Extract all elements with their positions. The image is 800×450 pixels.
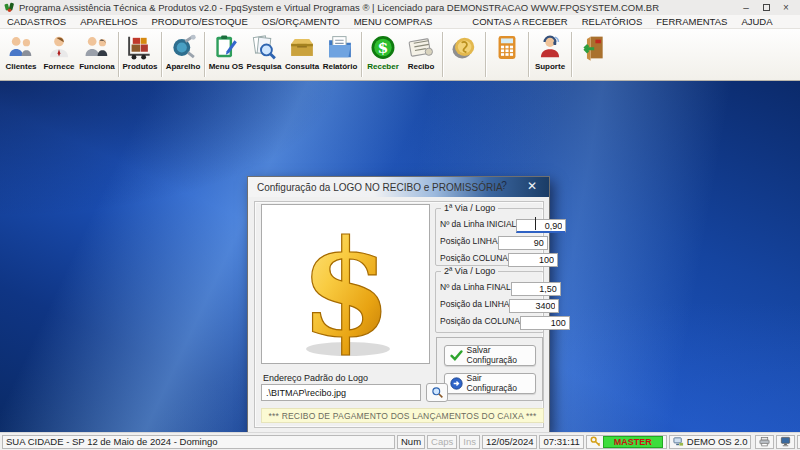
arrow-circle-icon bbox=[450, 377, 463, 390]
menu-produto-estoque[interactable]: PRODUTO/ESTOQUE bbox=[145, 16, 255, 27]
status-time: 07:31:11 bbox=[539, 435, 583, 449]
menu-relatorios[interactable]: RELATÓRIOS bbox=[575, 16, 650, 27]
menu-os-orcamento[interactable]: OS/ORÇAMENTO bbox=[255, 16, 347, 27]
supplier-icon bbox=[44, 33, 74, 62]
toolbar-label: Consulta bbox=[285, 62, 319, 72]
status-num: Num bbox=[397, 435, 425, 449]
toolbar-separator bbox=[161, 32, 162, 77]
linha-final-input[interactable] bbox=[511, 282, 561, 296]
menu-ferramentas[interactable]: FERRAMENTAS bbox=[649, 16, 734, 27]
toolbar-label: Produtos bbox=[122, 62, 157, 72]
toolbar-button-pesquisa[interactable]: Pesquisa bbox=[245, 30, 283, 79]
group-via2-logo: 2ª Via / Logo Nº da Linha FINAL Posição … bbox=[435, 271, 544, 333]
field-wrap bbox=[508, 249, 558, 267]
field-label: Posição da LINHA bbox=[440, 299, 509, 309]
field-wrap bbox=[498, 232, 548, 250]
posicao-linha-input[interactable] bbox=[498, 236, 548, 250]
toolbar-separator bbox=[485, 32, 486, 77]
toolbar-button-clientes[interactable]: Clientes bbox=[2, 30, 40, 79]
toolbar-label: Relatório bbox=[323, 62, 358, 72]
toolbar-button-aparelho[interactable]: Aparelho bbox=[164, 30, 202, 79]
monitor-icon bbox=[780, 436, 791, 447]
toolbar-button-consulta[interactable]: Consulta bbox=[283, 30, 321, 79]
svg-text:$: $ bbox=[378, 38, 389, 57]
maximize-button[interactable] bbox=[756, 0, 776, 15]
field-label: Posição COLUNA bbox=[440, 253, 508, 263]
status-location: SUA CIDADE - SP 12 de Maio de 2024 - Dom… bbox=[2, 435, 395, 449]
field-row: Posição LINHA bbox=[440, 234, 539, 248]
status-version-panel: DEMO OS 2.0 bbox=[669, 435, 752, 449]
dialog-titlebar: Configuração da LOGO NO RECIBO e PROMISS… bbox=[248, 177, 549, 197]
toolbar-label: Aparelho bbox=[166, 62, 201, 72]
search-icon bbox=[249, 33, 279, 62]
key-icon bbox=[590, 436, 601, 447]
menu-cadastros[interactable]: CADASTROS bbox=[0, 16, 73, 27]
magnifier-icon bbox=[431, 386, 444, 399]
coin-icon bbox=[449, 33, 479, 62]
status-user-panel: MASTER bbox=[586, 435, 667, 449]
browse-logo-button[interactable] bbox=[426, 383, 448, 402]
printer-icon bbox=[759, 436, 770, 447]
support-icon bbox=[535, 33, 565, 62]
device-icon bbox=[168, 33, 198, 62]
menu-aparelhos[interactable]: APARELHOS bbox=[73, 16, 144, 27]
menu-compras[interactable]: MENU COMPRAS bbox=[347, 16, 440, 27]
field-wrap bbox=[509, 295, 559, 313]
exit-config-button[interactable]: Sair Configuração bbox=[444, 373, 536, 394]
toolbar-label: Menu OS bbox=[209, 62, 244, 72]
toolbar-label: Recibo bbox=[408, 62, 435, 72]
clients-icon bbox=[6, 33, 36, 62]
toolbar-button-calculadora[interactable] bbox=[488, 30, 526, 79]
calculator-icon bbox=[492, 33, 522, 62]
exit-config-label: Sair Configuração bbox=[467, 373, 530, 393]
dialog-close-button[interactable]: ✕ bbox=[524, 179, 540, 193]
field-row: Posição COLUNA bbox=[440, 251, 539, 265]
svg-text:$: $ bbox=[300, 211, 392, 359]
toolbar-button-produtos[interactable]: Produtos bbox=[121, 30, 159, 79]
toolbar-separator bbox=[528, 32, 529, 77]
toolbar-button-receber[interactable]: $ Receber bbox=[364, 30, 402, 79]
menu-contas-a-receber[interactable]: CONTAS A RECEBER bbox=[465, 16, 574, 27]
logo-path-input[interactable] bbox=[261, 384, 421, 401]
network-computer-icon bbox=[673, 436, 684, 447]
posicao-coluna-input[interactable] bbox=[508, 253, 558, 267]
toolbar-button-funciona[interactable]: Funciona bbox=[78, 30, 116, 79]
toolbar-separator bbox=[204, 32, 205, 77]
receipt-banner: *** RECIBO DE PAGAMENTO DOS LANÇAMENTOS … bbox=[261, 408, 544, 423]
save-config-button[interactable]: Salvar Configuração bbox=[444, 345, 536, 366]
menu-bar: CADASTROS APARELHOS PRODUTO/ESTOQUE OS/O… bbox=[0, 15, 800, 29]
toolbar-button-suporte[interactable]: Suporte bbox=[531, 30, 569, 79]
dialog-help-button[interactable]: ? bbox=[497, 180, 511, 191]
field-label: Nº da Linha FINAL bbox=[440, 282, 511, 292]
toolbar-button-fornece[interactable]: Fornece bbox=[40, 30, 78, 79]
field-label: Posição LINHA bbox=[440, 236, 498, 246]
posicao-da-coluna-input[interactable] bbox=[520, 316, 570, 330]
toolbar-button-recibo[interactable]: Recibo bbox=[402, 30, 440, 79]
toolbar-separator bbox=[442, 32, 443, 77]
toolbar-label: Funciona bbox=[79, 62, 115, 72]
logo-path-label: Endereço Padrão do Logo bbox=[263, 373, 368, 383]
minimize-button[interactable]: – bbox=[736, 0, 756, 15]
close-button[interactable]: × bbox=[776, 0, 796, 15]
desktop-background: Configuração da LOGO NO RECIBO e PROMISS… bbox=[0, 81, 800, 432]
logo-config-dialog: Configuração da LOGO NO RECIBO e PROMISS… bbox=[247, 176, 550, 432]
toolbar-label: Clientes bbox=[5, 62, 36, 72]
field-wrap bbox=[516, 215, 566, 234]
toolbar-label: Pesquisa bbox=[246, 62, 281, 72]
toolbar-button-relatorio[interactable]: Relatório bbox=[321, 30, 359, 79]
menu-ajuda[interactable]: AJUDA bbox=[734, 16, 779, 27]
toolbar-separator bbox=[118, 32, 119, 77]
service-order-icon bbox=[211, 33, 241, 62]
status-printer-panel[interactable] bbox=[755, 435, 774, 449]
posicao-da-linha-input[interactable] bbox=[509, 299, 559, 313]
toolbar-button-menu-os[interactable]: Menu OS bbox=[207, 30, 245, 79]
toolbar-button-moeda[interactable] bbox=[445, 30, 483, 79]
window-title: Programa Assistência Técnica & Produtos … bbox=[19, 2, 659, 13]
toolbar: Clientes Fornece Funciona Produtos bbox=[0, 29, 800, 81]
toolbar-button-sair[interactable] bbox=[574, 30, 612, 79]
maximize-icon bbox=[763, 4, 770, 11]
receipt-icon bbox=[406, 33, 436, 62]
status-monitor-panel[interactable] bbox=[776, 435, 795, 449]
window-titlebar: Programa Assistência Técnica & Produtos … bbox=[0, 0, 800, 15]
check-icon bbox=[450, 349, 463, 362]
